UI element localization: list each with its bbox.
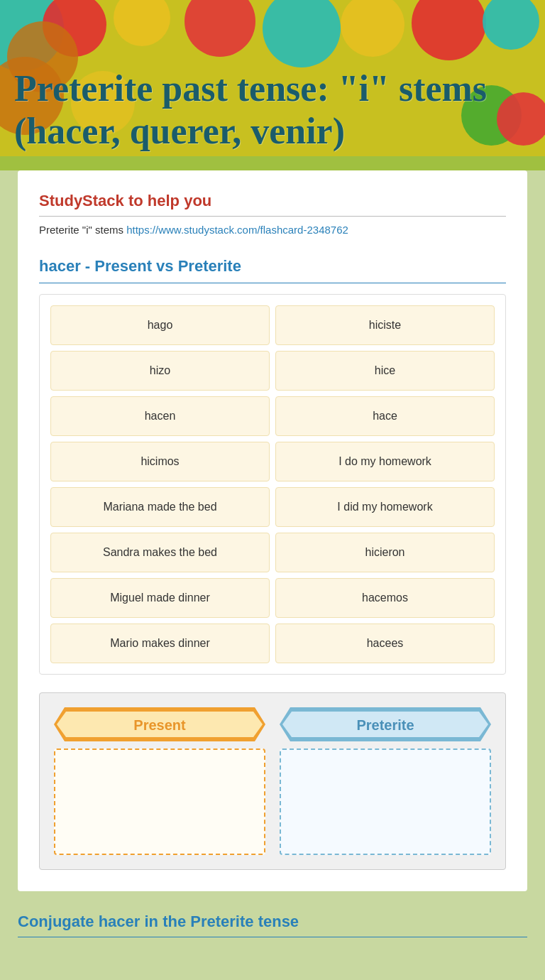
preterite-label: Preterite [280, 717, 491, 734]
preterite-banner-wrapper: Preterite [280, 707, 491, 743]
hacer-section: hacer - Present vs Preterite hago hicist… [39, 257, 506, 675]
vocab-cell-10[interactable]: I did my homework [275, 487, 495, 527]
vocab-cell-4[interactable]: hice [275, 351, 495, 391]
studystack-heading: StudyStack to help you [39, 192, 506, 210]
studystack-link[interactable]: https://www.studystack.com/flashcard-234… [126, 224, 348, 236]
header-area: Preterite past tense: "i" stems (hacer, … [0, 0, 545, 163]
studystack-text: Preterite "i" stems https://www.studysta… [39, 224, 506, 236]
vocab-cell-5[interactable]: hacen [50, 396, 270, 436]
vocab-cell-7[interactable]: hicimos [50, 442, 270, 481]
studystack-label: Preterite "i" stems [39, 224, 123, 236]
conjugate-heading: Conjugate hacer in the Preterite tense [18, 913, 527, 931]
vocab-cell-12[interactable]: hicieron [275, 533, 495, 572]
present-label: Present [54, 717, 265, 734]
hacer-heading: hacer - Present vs Preterite [39, 257, 506, 276]
conjugate-divider [18, 937, 527, 937]
present-content-area[interactable] [54, 748, 265, 855]
vocab-grid: hago hiciste hizo hice hacen hace hicimo… [39, 294, 506, 675]
vocab-cell-6[interactable]: hace [275, 396, 495, 436]
flashcard-section: Present Preterite [39, 692, 506, 870]
vocab-cell-16[interactable]: hacees [275, 624, 495, 663]
hacer-divider [39, 283, 506, 283]
vocab-cell-13[interactable]: Miguel made dinner [50, 578, 270, 618]
vocab-cell-8[interactable]: I do my homework [275, 442, 495, 481]
studystack-section: StudyStack to help you Preterite "i" ste… [39, 192, 506, 236]
vocab-cell-1[interactable]: hago [50, 305, 270, 345]
vocab-cell-9[interactable]: Mariana made the bed [50, 487, 270, 527]
preterite-content-area[interactable] [280, 748, 491, 855]
conjugate-section: Conjugate hacer in the Preterite tense [0, 891, 545, 959]
studystack-divider [39, 216, 506, 217]
present-banner-wrapper: Present [54, 707, 265, 743]
flashcard-row: Present Preterite [54, 707, 491, 855]
content-card: StudyStack to help you Preterite "i" ste… [18, 170, 527, 891]
vocab-cell-11[interactable]: Sandra makes the bed [50, 533, 270, 572]
vocab-cell-14[interactable]: hacemos [275, 578, 495, 618]
page-title: Preterite past tense: "i" stems (hacer, … [14, 67, 531, 153]
vocab-cell-15[interactable]: Mario makes dinner [50, 624, 270, 663]
vocab-cell-2[interactable]: hiciste [275, 305, 495, 345]
vocab-cell-3[interactable]: hizo [50, 351, 270, 391]
present-box: Present [54, 707, 265, 855]
preterite-box: Preterite [280, 707, 491, 855]
header-title-wrapper: Preterite past tense: "i" stems (hacer, … [14, 67, 531, 153]
